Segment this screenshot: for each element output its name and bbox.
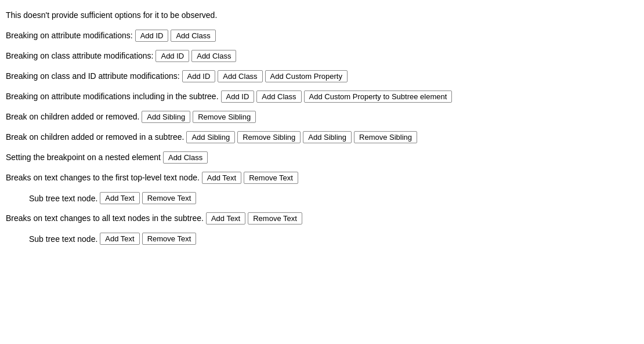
all-text-remove-text-button[interactable]: Remove Text (248, 212, 302, 224)
class-id-attr-mod-text: Breaking on class and ID attribute modif… (6, 70, 180, 82)
class-attr-mod-text: Breaking on class attribute modification… (6, 50, 153, 62)
subtree1-remove-text-button[interactable]: Remove Text (142, 192, 197, 204)
all-text-buttons: Add Text Remove Text (206, 212, 302, 224)
all-text-line: Breaks on text changes to all text nodes… (6, 212, 638, 224)
nested-breakpoint-buttons: Add Class (163, 151, 208, 164)
text-first-add-text-button[interactable]: Add Text (202, 172, 241, 184)
class-id-add-custom-property-button[interactable]: Add Custom Property (265, 70, 348, 82)
attr-mod-buttons: Add ID Add Class (135, 30, 216, 42)
subtree1-add-text-button[interactable]: Add Text (100, 192, 139, 204)
subtree1-buttons: Add Text Remove Text (100, 192, 196, 204)
subtree-add-sibling-2-button[interactable]: Add Sibling (303, 131, 352, 143)
subtree-list-item-1: Sub tree text node. Add Text Remove Text (29, 192, 638, 204)
subtree1-label: Sub tree text node. (29, 194, 97, 203)
children-subtree-text: Break on children added or removed in a … (6, 131, 184, 143)
subtree2-buttons: Add Text Remove Text (100, 233, 196, 245)
attr-mod-line: Breaking on attribute modifications: Add… (6, 30, 638, 42)
subtree-remove-sibling-2-button[interactable]: Remove Sibling (354, 131, 417, 143)
class-id-add-class-button[interactable]: Add Class (218, 70, 262, 82)
subtree-list-2: Sub tree text node. Add Text Remove Text (6, 233, 638, 245)
text-first-top-buttons: Add Text Remove Text (202, 172, 298, 184)
class-id-attr-mod-buttons: Add ID Add Class Add Custom Property (182, 70, 348, 82)
intro-line: This doesn't provide sufficient options … (6, 9, 638, 21)
subtree2-add-text-button[interactable]: Add Text (100, 233, 139, 245)
intro-text: This doesn't provide sufficient options … (6, 9, 217, 21)
all-text-text: Breaks on text changes to all text nodes… (6, 212, 204, 224)
class-attr-mod-add-class-button[interactable]: Add Class (191, 50, 236, 62)
subtree2-label: Sub tree text node. (29, 234, 97, 244)
subtree-attr-mod-text: Breaking on attribute modifications incl… (6, 90, 219, 103)
attr-mod-add-class-button[interactable]: Add Class (171, 30, 215, 42)
subtree-add-sibling-1-button[interactable]: Add Sibling (186, 131, 235, 143)
children-add-sibling-button[interactable]: Add Sibling (142, 111, 190, 123)
subtree-add-custom-property-button[interactable]: Add Custom Property to Subtree element (304, 90, 453, 103)
text-first-top-line: Breaks on text changes to the first top-… (6, 172, 638, 184)
children-subtree-buttons: Add Sibling Remove Sibling Add Sibling R… (186, 131, 417, 143)
all-text-add-text-button[interactable]: Add Text (206, 212, 245, 224)
children-added-removed-line: Break on children added or removed. Add … (6, 111, 638, 123)
class-attr-mod-buttons: Add ID Add Class (155, 50, 236, 62)
text-first-top-text: Breaks on text changes to the first top-… (6, 172, 200, 184)
subtree-add-id-button[interactable]: Add ID (221, 90, 255, 103)
text-first-remove-text-button[interactable]: Remove Text (244, 172, 298, 184)
children-subtree-line: Break on children added or removed in a … (6, 131, 638, 143)
nested-add-class-button[interactable]: Add Class (163, 151, 208, 164)
subtree-add-class-button[interactable]: Add Class (256, 90, 301, 103)
class-attr-mod-add-id-button[interactable]: Add ID (155, 50, 189, 62)
nested-breakpoint-line: Setting the breakpoint on a nested eleme… (6, 151, 638, 164)
attr-mod-text: Breaking on attribute modifications: (6, 30, 133, 42)
children-added-removed-text: Break on children added or removed. (6, 111, 139, 123)
subtree2-remove-text-button[interactable]: Remove Text (142, 233, 197, 245)
subtree-list-1: Sub tree text node. Add Text Remove Text (6, 192, 638, 204)
subtree-attr-mod-buttons: Add ID Add Class Add Custom Property to … (221, 90, 453, 103)
subtree-attr-mod-line: Breaking on attribute modifications incl… (6, 90, 638, 103)
subtree-remove-sibling-1-button[interactable]: Remove Sibling (237, 131, 301, 143)
class-attr-mod-line: Breaking on class attribute modification… (6, 50, 638, 62)
class-id-attr-mod-line: Breaking on class and ID attribute modif… (6, 70, 638, 82)
class-id-add-id-button[interactable]: Add ID (182, 70, 216, 82)
attr-mod-add-id-button[interactable]: Add ID (135, 30, 169, 42)
children-added-removed-buttons: Add Sibling Remove Sibling (142, 111, 256, 123)
children-remove-sibling-button[interactable]: Remove Sibling (193, 111, 256, 123)
subtree-list-item-2: Sub tree text node. Add Text Remove Text (29, 233, 638, 245)
nested-breakpoint-text: Setting the breakpoint on a nested eleme… (6, 151, 161, 164)
